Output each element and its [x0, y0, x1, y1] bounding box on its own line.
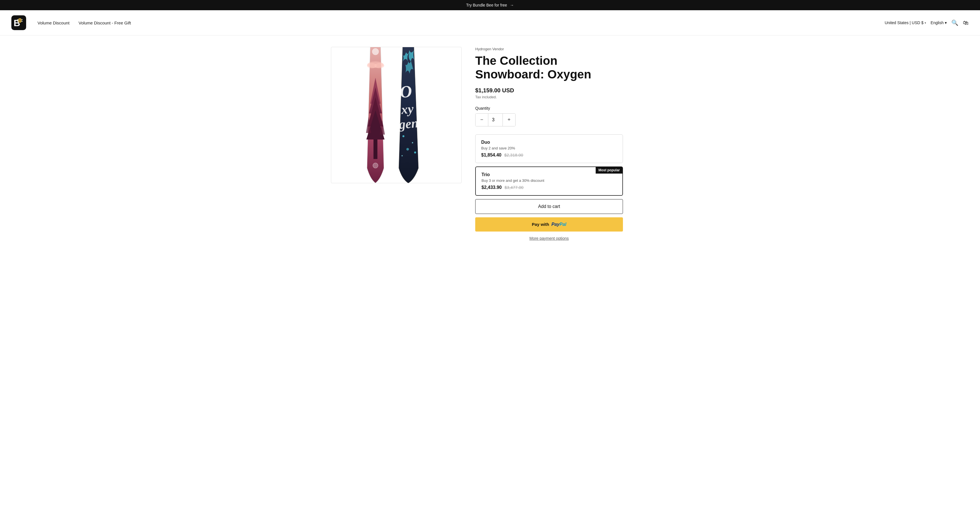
svg-point-29	[401, 155, 403, 156]
announcement-arrow: →	[510, 3, 514, 7]
search-icon[interactable]: 🔍	[951, 19, 958, 26]
product-details: Hydrogen Vendor The Collection Snowboard…	[475, 47, 623, 242]
logo-icon: B	[11, 15, 26, 30]
product-title: The Collection Snowboard: Oxygen	[475, 54, 623, 81]
most-popular-badge: Most popular	[596, 167, 623, 173]
product-image-box: O xy gen	[331, 47, 461, 183]
product-price: $1,159.00 USD	[475, 87, 623, 94]
bundle-trio-prices: $2,433.90 $3,477.00	[482, 185, 617, 190]
product-image-area: O xy gen	[331, 47, 461, 242]
quantity-input[interactable]	[488, 114, 503, 126]
nav: Volume Discount Volume Discount - Free G…	[38, 21, 885, 25]
bundle-duo-description: Buy 2 and save 20%	[481, 146, 617, 150]
bundle-duo-title: Duo	[481, 140, 617, 145]
announcement-bar: Try Bundle Bee for free →	[0, 0, 980, 10]
svg-point-11	[372, 48, 379, 55]
more-payment-options-button[interactable]: More payment options	[475, 235, 623, 242]
svg-text:xy: xy	[400, 102, 414, 117]
language-chevron-icon: ▾	[945, 21, 947, 25]
paypal-button[interactable]: Pay with PayPal	[475, 217, 623, 232]
svg-text:gen: gen	[398, 116, 419, 132]
svg-point-30	[414, 151, 416, 153]
region-chevron-icon: ▾	[924, 21, 926, 24]
bundle-trio[interactable]: Most popular Trio Buy 3 or more and get …	[475, 167, 623, 196]
bundle-duo[interactable]: Duo Buy 2 and save 20% $1,854.40 $2,318.…	[475, 134, 623, 163]
quantity-control: − +	[475, 113, 515, 126]
svg-point-22	[373, 163, 378, 168]
announcement-text: Try Bundle Bee for free	[466, 3, 507, 7]
bundle-trio-description: Buy 3 or more and get a 30% discount	[482, 178, 617, 183]
quantity-label: Quantity	[475, 106, 623, 110]
region-selector[interactable]: United States | USD $ ▾	[885, 21, 926, 25]
logo[interactable]: B	[11, 15, 26, 30]
svg-point-14	[374, 63, 384, 68]
svg-point-27	[412, 142, 413, 143]
paypal-prefix: Pay with	[532, 222, 549, 227]
svg-point-28	[406, 148, 409, 151]
quantity-decrease-button[interactable]: −	[476, 114, 488, 126]
vendor-name: Hydrogen Vendor	[475, 47, 623, 51]
nav-volume-discount[interactable]: Volume Discount	[38, 21, 70, 25]
svg-rect-19	[374, 140, 377, 159]
tax-note: Tax included.	[475, 95, 623, 99]
quantity-increase-button[interactable]: +	[503, 114, 515, 126]
bundle-trio-old-price: $3,477.00	[504, 185, 523, 190]
paypal-logo: PayPal	[551, 222, 566, 227]
svg-point-26	[402, 135, 404, 137]
add-to-cart-button[interactable]: Add to cart	[475, 199, 623, 214]
header-right: United States | USD $ ▾ English ▾ 🔍 🛍	[885, 19, 969, 26]
bundle-trio-new-price: $2,433.90	[482, 185, 502, 190]
svg-text:O: O	[399, 82, 413, 102]
nav-volume-discount-free-gift[interactable]: Volume Discount - Free Gift	[79, 21, 131, 25]
region-label: United States | USD $	[885, 21, 923, 25]
cart-icon[interactable]: 🛍	[963, 20, 969, 26]
bundle-duo-old-price: $2,318.00	[504, 153, 523, 158]
bundle-duo-prices: $1,854.40 $2,318.00	[481, 153, 617, 158]
language-selector[interactable]: English ▾	[931, 21, 947, 25]
main-content: O xy gen Hydrogen Vendor The Collection …	[291, 35, 689, 253]
product-image: O xy gen	[331, 47, 461, 183]
language-label: English	[931, 21, 943, 25]
bundle-duo-new-price: $1,854.40	[481, 153, 501, 158]
header: B Volume Discount Volume Discount - Free…	[0, 10, 980, 35]
